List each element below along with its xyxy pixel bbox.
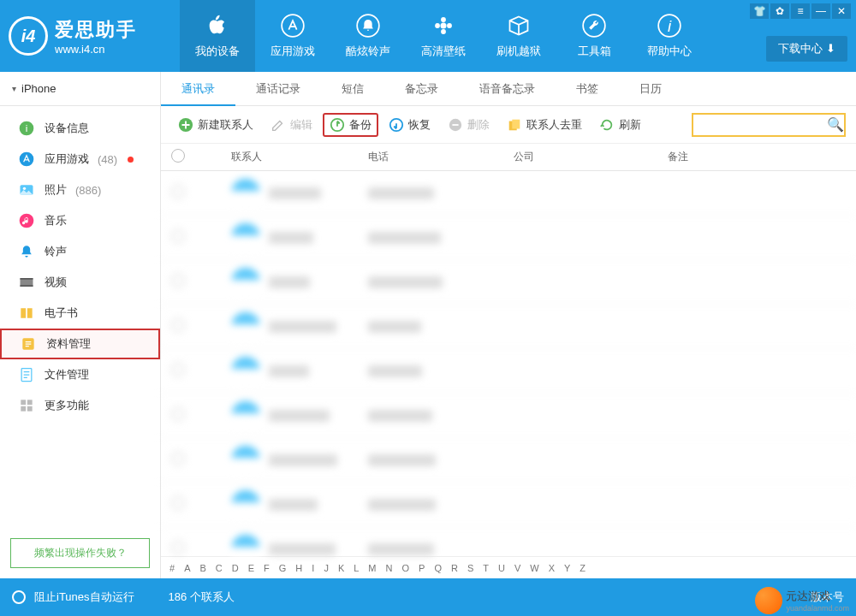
nav-jailbreak[interactable]: 刷机越狱 <box>481 0 556 72</box>
alpha-V[interactable]: V <box>514 563 520 573</box>
nav-my-device[interactable]: 我的设备 <box>180 0 255 72</box>
alpha-N[interactable]: N <box>386 563 393 573</box>
col-phone[interactable]: 电话 <box>368 150 514 164</box>
tab-calendar[interactable]: 日历 <box>619 72 682 106</box>
alpha-index[interactable]: #ABCDEFGHIJKLMNOPQRSTUVWXYZ <box>161 556 856 578</box>
alpha-O[interactable]: O <box>401 563 409 573</box>
svg-rect-24 <box>27 406 33 412</box>
alpha-E[interactable]: E <box>248 563 254 573</box>
side-file-mgmt[interactable]: 文件管理 <box>0 359 160 390</box>
status-bar: 阻止iTunes自动运行 186 个联系人 版本号 <box>0 578 856 616</box>
col-remark[interactable]: 备注 <box>668 150 846 164</box>
alpha-U[interactable]: U <box>498 563 505 573</box>
delete-button[interactable]: 删除 <box>441 113 496 137</box>
alpha-W[interactable]: W <box>530 563 538 573</box>
alpha-C[interactable]: C <box>216 563 223 573</box>
tab-sms[interactable]: 短信 <box>321 72 384 106</box>
search-box[interactable]: 🔍 <box>692 113 846 137</box>
menu-icon[interactable]: ≡ <box>791 3 810 19</box>
alpha-B[interactable]: B <box>199 563 205 573</box>
tab-voice[interactable]: 语音备忘录 <box>459 72 556 106</box>
device-selector[interactable]: iPhone <box>0 72 160 106</box>
alpha-X[interactable]: X <box>549 563 555 573</box>
side-music[interactable]: 音乐 <box>0 205 160 236</box>
search-input[interactable] <box>698 119 827 131</box>
svg-rect-21 <box>21 400 26 405</box>
tab-bookmarks[interactable]: 书签 <box>556 72 619 106</box>
search-icon: 🔍 <box>827 116 844 133</box>
alpha-J[interactable]: J <box>324 563 329 573</box>
alpha-Z[interactable]: Z <box>580 563 586 573</box>
svg-rect-18 <box>21 285 33 287</box>
table-row[interactable] <box>161 349 856 394</box>
col-company[interactable]: 公司 <box>514 150 668 164</box>
svg-point-12 <box>20 152 34 167</box>
flower-icon <box>431 13 456 38</box>
bell-icon <box>355 13 381 38</box>
alpha-M[interactable]: M <box>368 563 376 573</box>
side-more[interactable]: 更多功能 <box>0 390 160 421</box>
app-name: 爱思助手 <box>55 17 137 43</box>
side-device-info[interactable]: i设备信息 <box>0 113 160 144</box>
alpha-F[interactable]: F <box>264 563 270 573</box>
alpha-Q[interactable]: Q <box>434 563 442 573</box>
alpha-G[interactable]: G <box>279 563 287 573</box>
tab-contacts[interactable]: 通讯录 <box>161 72 235 106</box>
edit-button[interactable]: 编辑 <box>264 113 319 137</box>
nav-ringtones[interactable]: 酷炫铃声 <box>330 0 406 72</box>
alpha-I[interactable]: I <box>312 563 314 573</box>
alpha-K[interactable]: K <box>338 563 344 573</box>
close-icon[interactable]: ✕ <box>832 3 851 19</box>
side-photos[interactable]: 照片 (886) <box>0 175 160 205</box>
fail-help-link[interactable]: 频繁出现操作失败？ <box>10 538 150 568</box>
alpha-R[interactable]: R <box>451 563 458 573</box>
shirt-icon[interactable]: 👕 <box>750 3 769 19</box>
refresh-button[interactable]: 刷新 <box>592 113 648 137</box>
alpha-H[interactable]: H <box>295 563 302 573</box>
alpha-T[interactable]: T <box>483 563 489 573</box>
new-contact-button[interactable]: 新建联系人 <box>171 113 260 137</box>
restore-button[interactable]: 恢复 <box>382 113 437 137</box>
nav-help[interactable]: i 帮助中心 <box>632 0 707 72</box>
table-row[interactable] <box>161 394 856 438</box>
download-center[interactable]: 下载中心 ⬇ <box>766 36 847 62</box>
alpha-L[interactable]: L <box>354 563 359 573</box>
table-row[interactable] <box>161 483 856 527</box>
notification-dot <box>128 157 134 163</box>
nav-tools[interactable]: 工具箱 <box>556 0 632 72</box>
svg-rect-17 <box>21 278 33 280</box>
alpha-S[interactable]: S <box>467 563 473 573</box>
side-data-mgmt[interactable]: 资料管理 <box>0 329 160 359</box>
dedup-button[interactable]: 联系人去重 <box>500 113 589 137</box>
table-row[interactable] <box>161 527 856 556</box>
table-row[interactable] <box>161 171 856 216</box>
tab-calllog[interactable]: 通话记录 <box>235 72 321 106</box>
app-url: www.i4.cn <box>55 43 137 56</box>
nav-wallpapers[interactable]: 高清壁纸 <box>406 0 481 72</box>
alpha-Y[interactable]: Y <box>564 563 570 573</box>
tab-notes[interactable]: 备忘录 <box>384 72 459 106</box>
table-row[interactable] <box>161 305 856 349</box>
side-ringtones[interactable]: 铃声 <box>0 236 160 267</box>
side-videos[interactable]: 视频 <box>0 267 160 298</box>
side-apps[interactable]: 应用游戏 (48) <box>0 144 160 175</box>
contact-list[interactable] <box>161 171 856 556</box>
alpha-#[interactable]: # <box>169 563 175 573</box>
gear-icon[interactable]: ✿ <box>770 3 789 19</box>
col-contact[interactable]: 联系人 <box>197 150 368 164</box>
svg-point-6 <box>447 23 452 28</box>
select-all[interactable] <box>171 149 185 163</box>
itunes-toggle[interactable]: 阻止iTunes自动运行 <box>34 589 134 605</box>
minimize-icon[interactable]: — <box>811 3 830 19</box>
top-nav: 我的设备 应用游戏 酷炫铃声 高清壁纸 刷机越狱 工具箱 i 帮助中心 <box>180 0 707 72</box>
backup-button[interactable]: 备份 <box>323 113 378 137</box>
table-row[interactable] <box>161 216 856 260</box>
alpha-P[interactable]: P <box>419 563 425 573</box>
table-row[interactable] <box>161 438 856 483</box>
toggle-icon[interactable] <box>12 590 26 604</box>
alpha-A[interactable]: A <box>184 563 190 573</box>
side-ebooks[interactable]: 电子书 <box>0 298 160 329</box>
nav-apps[interactable]: 应用游戏 <box>255 0 330 72</box>
table-row[interactable] <box>161 260 856 305</box>
alpha-D[interactable]: D <box>232 563 239 573</box>
